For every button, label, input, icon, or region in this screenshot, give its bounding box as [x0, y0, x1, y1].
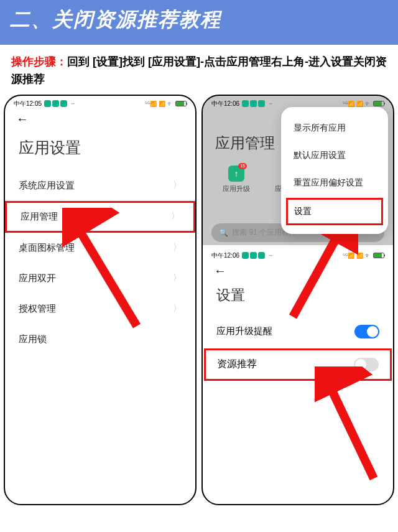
- signal-icon: 📶: [159, 101, 165, 107]
- chip-app-upgrade[interactable]: ↑15 应用升级: [223, 166, 250, 194]
- page-title-app-manage: 应用管理: [215, 133, 275, 153]
- signal-icon: 📶: [356, 253, 363, 259]
- chevron-right-icon: 〉: [173, 273, 182, 284]
- badge-icon: [242, 252, 249, 259]
- chevron-right-icon: 〉: [171, 211, 180, 222]
- status-bar: 中午12:05 ··· ⁵ᴳ📶 📶 ᯤ: [5, 96, 195, 110]
- status-time: 中午12:06: [211, 100, 239, 108]
- badge-icon: [44, 100, 51, 107]
- wifi-icon: ᯤ: [167, 100, 174, 107]
- item-label: 应用锁: [19, 334, 47, 345]
- menu-default-apps[interactable]: 默认应用设置: [281, 142, 388, 169]
- back-row: ←: [203, 261, 393, 282]
- overflow-menu: 显示所有应用 默认应用设置 重置应用偏好设置 设置: [281, 107, 388, 234]
- page-title-settings: 设置: [203, 282, 393, 315]
- phone-right: 中午12:06 ··· ⁵ᴳ📶 📶 ᯤ 应用管理 ↑15 应用升级: [201, 95, 394, 505]
- settings-item-app-manage[interactable]: 应用管理 〉: [7, 204, 193, 230]
- instructions-text: 回到 [设置]找到 [应用设置]-点击应用管理右上角-进入设置关闭资源推荐: [11, 55, 387, 85]
- status-left: 中午12:05 ···: [14, 100, 74, 108]
- back-row: ←: [5, 110, 195, 130]
- item-label: 应用双开: [19, 273, 56, 284]
- status-right: ⁵ᴳ📶 📶 ᯤ: [145, 100, 187, 107]
- highlight-app-manage: 应用管理 〉: [5, 201, 195, 233]
- toggle-upgrade-alert[interactable]: [354, 325, 379, 338]
- signal-icon: ⁵ᴳ📶: [343, 101, 354, 107]
- signal-icon: ⁵ᴳ📶: [145, 101, 157, 107]
- item-label: 应用管理: [21, 211, 58, 223]
- status-right: ⁵ᴳ📶 📶 ᯤ: [343, 252, 384, 259]
- row-label: 资源推荐: [217, 358, 257, 371]
- phone-left: 中午12:05 ··· ⁵ᴳ📶 📶 ᯤ ← 应用设置 系统应用设置 〉: [4, 95, 197, 505]
- settings-item-app-lock[interactable]: 应用锁: [5, 324, 195, 355]
- more-dots-icon: ···: [269, 252, 272, 259]
- status-right: ⁵ᴳ📶 📶 ᯤ: [343, 100, 384, 107]
- menu-settings[interactable]: 设置: [294, 206, 375, 217]
- badge-icon: [60, 100, 67, 107]
- phone-row: 中午12:05 ··· ⁵ᴳ📶 📶 ᯤ ← 应用设置 系统应用设置 〉: [0, 95, 398, 505]
- instructions: 操作步骤：回到 [设置]找到 [应用设置]-点击应用管理右上角-进入设置关闭资源…: [0, 45, 398, 95]
- status-badges: [242, 252, 265, 259]
- menu-show-all-apps[interactable]: 显示所有应用: [281, 114, 388, 142]
- row-label: 应用升级提醒: [216, 325, 272, 337]
- battery-icon: [373, 253, 384, 258]
- status-left: 中午12:06 ···: [211, 100, 272, 108]
- chip-label: 应用升级: [223, 184, 250, 194]
- wifi-icon: ᯤ: [365, 252, 371, 259]
- banner: 二、关闭资源推荐教程: [0, 0, 398, 45]
- battery-icon: [373, 101, 384, 106]
- badge-icon: [242, 100, 249, 107]
- more-dots-icon: ···: [71, 100, 74, 107]
- status-time: 中午12:05: [14, 100, 42, 108]
- badge-icon: [250, 252, 257, 259]
- highlight-resource-rec: 资源推荐: [204, 348, 392, 381]
- chevron-right-icon: 〉: [173, 242, 182, 253]
- page-title: 应用设置: [5, 130, 195, 170]
- item-label: 系统应用设置: [19, 180, 75, 192]
- item-label: 授权管理: [19, 303, 56, 315]
- badge-icon: [52, 100, 59, 107]
- item-label: 桌面图标管理: [19, 242, 75, 254]
- badge-icon: [258, 252, 265, 259]
- status-time: 中午12:06: [211, 251, 239, 260]
- back-button[interactable]: ←: [214, 264, 226, 278]
- settings-item-auth-manage[interactable]: 授权管理 〉: [5, 294, 195, 324]
- signal-icon: 📶: [356, 101, 363, 107]
- sub-screen: 中午12:06 ··· ⁵ᴳ📶 📶 ᯤ ← 设置: [203, 248, 393, 381]
- back-button[interactable]: ←: [16, 112, 29, 126]
- settings-item-desktop-icon[interactable]: 桌面图标管理 〉: [5, 233, 195, 263]
- upgrade-count: 15: [238, 163, 247, 169]
- red-arrow-icon: [315, 366, 383, 485]
- badge-icon: [250, 100, 257, 107]
- highlight-menu-settings: 设置: [286, 198, 383, 225]
- chevron-right-icon: 〉: [173, 180, 182, 191]
- instructions-label: 操作步骤：: [11, 55, 67, 68]
- battery-icon: [175, 101, 187, 106]
- status-left: 中午12:06 ···: [211, 251, 272, 260]
- search-icon: 🔍: [219, 228, 228, 237]
- toggle-resource-rec[interactable]: [354, 358, 379, 371]
- status-badges: [44, 100, 67, 107]
- row-upgrade-alert[interactable]: 应用升级提醒: [203, 315, 393, 348]
- banner-title: 二、关闭资源推荐教程: [10, 6, 388, 34]
- upgrade-icon: ↑15: [228, 166, 244, 182]
- status-badges: [242, 100, 265, 107]
- settings-item-system-apps[interactable]: 系统应用设置 〉: [5, 170, 195, 201]
- more-dots-icon: ···: [269, 100, 272, 107]
- settings-item-dual-apps[interactable]: 应用双开 〉: [5, 263, 195, 294]
- wifi-icon: ᯤ: [365, 100, 371, 107]
- signal-icon: ⁵ᴳ📶: [343, 253, 354, 259]
- chevron-right-icon: 〉: [173, 303, 182, 314]
- badge-icon: [258, 100, 265, 107]
- menu-reset-prefs[interactable]: 重置应用偏好设置: [281, 169, 388, 197]
- status-bar: 中午12:06 ··· ⁵ᴳ📶 📶 ᯤ: [203, 248, 393, 261]
